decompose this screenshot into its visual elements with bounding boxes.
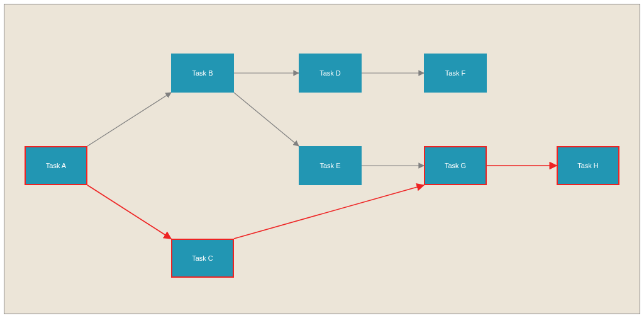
node-label: Task E xyxy=(319,162,340,169)
node-task-g[interactable]: Task G xyxy=(424,146,487,185)
node-label: Task H xyxy=(577,162,599,169)
diagram-canvas: Task A Task B Task C Task D Task E Task … xyxy=(4,4,640,314)
node-task-c[interactable]: Task C xyxy=(171,239,234,278)
edge-b-e xyxy=(234,93,299,146)
edge-c-g xyxy=(234,185,424,239)
edge-a-b xyxy=(87,93,171,146)
node-task-f[interactable]: Task F xyxy=(424,54,487,93)
node-label: Task F xyxy=(445,70,465,77)
node-label: Task A xyxy=(46,162,66,169)
node-task-a[interactable]: Task A xyxy=(25,146,87,185)
node-task-b[interactable]: Task B xyxy=(171,54,234,93)
node-task-e[interactable]: Task E xyxy=(299,146,362,185)
node-label: Task G xyxy=(445,162,466,169)
node-task-d[interactable]: Task D xyxy=(299,54,362,93)
node-task-h[interactable]: Task H xyxy=(557,146,619,185)
edge-a-c xyxy=(87,185,171,239)
node-label: Task B xyxy=(192,70,213,77)
node-label: Task D xyxy=(319,70,341,77)
node-label: Task C xyxy=(192,255,213,262)
